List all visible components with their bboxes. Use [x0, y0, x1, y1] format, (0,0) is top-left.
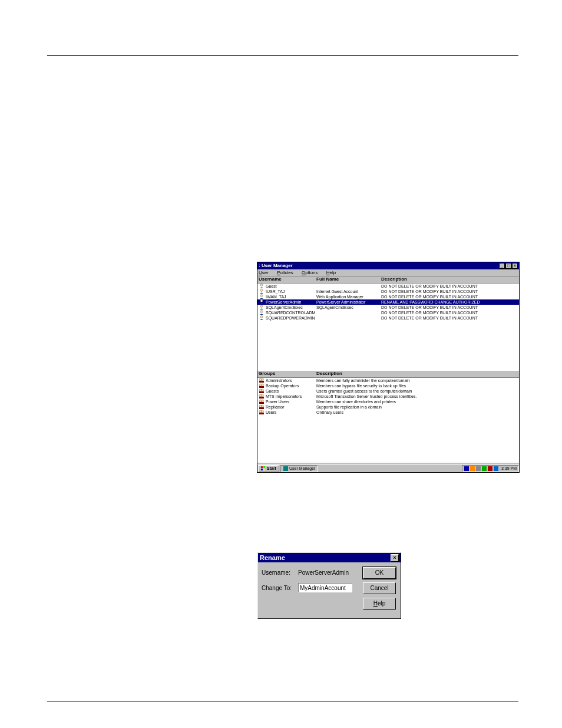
svg-point-4 — [260, 305, 263, 308]
header-group-description[interactable]: Description — [316, 371, 519, 377]
header-groups[interactable]: Groups — [257, 371, 316, 377]
start-label: Start — [267, 466, 276, 470]
user-icon — [259, 284, 265, 288]
menu-options[interactable]: Options — [302, 270, 322, 275]
task-button[interactable]: User Manager — [280, 465, 318, 472]
divider-bottom — [47, 701, 518, 701]
group-row[interactable]: Backup OperatorsMembers can bypass file … — [257, 383, 519, 388]
header-description[interactable]: Description — [381, 276, 519, 283]
group-icon — [259, 394, 265, 398]
group-row[interactable]: Power UsersMembers can share directories… — [257, 399, 519, 404]
tray-icon-1[interactable] — [464, 466, 469, 471]
svg-point-6 — [260, 316, 263, 318]
dialog-title: Rename — [260, 553, 285, 562]
svg-point-8 — [262, 378, 264, 381]
window-title: : User Manager — [259, 262, 293, 269]
cancel-button[interactable]: Cancel — [363, 582, 396, 594]
menu-user[interactable]: User — [259, 270, 272, 275]
menu-user-rest: ser — [262, 270, 269, 275]
taskbar: Start User Manager 3:39 PM — [257, 464, 519, 472]
group-row[interactable]: MTS ImpersonatorsMicrosoft Transaction S… — [257, 394, 519, 399]
user-row[interactable]: SQUAREDPOWERADMINDO NOT DELETE OR MODIFY… — [257, 315, 519, 321]
user-row[interactable]: PowerServerAdminPowerServer Administrato… — [257, 299, 519, 305]
maximize-button[interactable]: □ — [505, 263, 511, 269]
menubar: User Policies Options Help — [257, 269, 519, 276]
svg-rect-21 — [259, 402, 264, 404]
tray-icon-4[interactable] — [482, 466, 487, 471]
group-row[interactable]: ReplicatorSupports file replication in a… — [257, 404, 519, 410]
dialog-buttons: OK Cancel Help — [363, 567, 396, 610]
tray-icon-6[interactable] — [494, 466, 498, 471]
user-row[interactable]: SQUAREDCONTROLADMDO NOT DELETE OR MODIFY… — [257, 310, 519, 315]
svg-rect-33 — [464, 466, 469, 471]
svg-rect-18 — [259, 397, 264, 398]
svg-point-11 — [262, 384, 264, 386]
svg-point-3 — [260, 300, 263, 302]
user-icon — [259, 310, 265, 315]
group-icon — [259, 388, 265, 393]
titlebar[interactable]: : User Manager _ □ × — [257, 262, 519, 269]
svg-point-20 — [262, 400, 264, 402]
user-manager-window: : User Manager _ □ × User Policies Optio… — [257, 262, 520, 473]
changeto-input[interactable] — [298, 583, 352, 592]
header-fullname[interactable]: Full Name — [316, 276, 381, 283]
svg-rect-38 — [494, 466, 498, 471]
svg-point-23 — [262, 405, 264, 407]
groups-list[interactable]: AdministratorsMembers can fully administ… — [257, 378, 519, 463]
svg-point-17 — [262, 394, 264, 397]
svg-point-1 — [260, 289, 263, 292]
svg-rect-27 — [259, 413, 264, 414]
tray-icon-3[interactable] — [476, 466, 481, 471]
username-value: PowerServerAdmin — [298, 569, 349, 576]
user-row[interactable]: SQLAgentCmdExecSQLAgentCmdExecDO NOT DEL… — [257, 305, 519, 310]
svg-rect-34 — [470, 466, 475, 471]
dialog-close-button[interactable]: × — [391, 554, 399, 562]
user-row[interactable]: IUSR_TAJInternet Guest AccountDO NOT DEL… — [257, 289, 519, 294]
group-row[interactable]: UsersOrdinary users — [257, 410, 519, 415]
close-button[interactable]: × — [512, 263, 518, 269]
app-icon — [283, 466, 288, 471]
svg-rect-32 — [283, 466, 288, 471]
start-button[interactable]: Start — [258, 465, 279, 472]
clock[interactable]: 3:39 PM — [501, 466, 517, 470]
svg-rect-30 — [261, 469, 263, 470]
ok-button[interactable]: OK — [363, 567, 396, 579]
rename-dialog: Rename × Username: PowerServerAdmin Chan… — [257, 552, 401, 619]
group-row[interactable]: AdministratorsMembers can fully administ… — [257, 378, 519, 383]
header-username[interactable]: Username — [257, 276, 316, 283]
svg-rect-29 — [263, 466, 265, 468]
svg-rect-15 — [259, 391, 264, 393]
svg-rect-31 — [263, 469, 265, 470]
divider-top — [47, 55, 518, 56]
users-list[interactable]: GuestDO NOT DELETE OR MODIFY BUILT IN AC… — [257, 284, 519, 371]
window-buttons: _ □ × — [499, 263, 518, 269]
user-icon — [259, 289, 265, 294]
tray-icon-5[interactable] — [488, 466, 492, 471]
username-label: Username: — [262, 569, 298, 576]
changeto-label: Change To: — [262, 585, 298, 591]
task-label: User Manager — [289, 466, 315, 470]
group-icon — [259, 383, 265, 388]
svg-rect-28 — [261, 466, 263, 468]
minimize-button[interactable]: _ — [499, 263, 505, 269]
svg-rect-24 — [259, 407, 264, 409]
dialog-titlebar[interactable]: Rename × — [258, 553, 401, 562]
svg-rect-36 — [482, 466, 487, 471]
menu-policies[interactable]: Policies — [277, 270, 297, 275]
user-icon — [259, 294, 265, 299]
svg-point-2 — [260, 295, 263, 297]
svg-rect-9 — [259, 381, 264, 383]
user-row[interactable]: IWAM_TAJWeb Application ManagerDO NOT DE… — [257, 294, 519, 299]
groups-header: Groups Description — [257, 371, 519, 378]
user-icon — [259, 315, 265, 320]
system-tray: 3:39 PM — [462, 465, 519, 472]
group-row[interactable]: GuestsUsers granted guest access to the … — [257, 388, 519, 394]
help-button[interactable]: Help — [363, 598, 396, 610]
user-icon — [259, 305, 265, 309]
tray-icon-2[interactable] — [470, 466, 475, 471]
menu-help[interactable]: Help — [326, 270, 339, 275]
user-row[interactable]: GuestDO NOT DELETE OR MODIFY BUILT IN AC… — [257, 284, 519, 289]
svg-point-5 — [260, 311, 263, 313]
svg-rect-35 — [476, 466, 481, 471]
user-icon — [259, 299, 265, 304]
